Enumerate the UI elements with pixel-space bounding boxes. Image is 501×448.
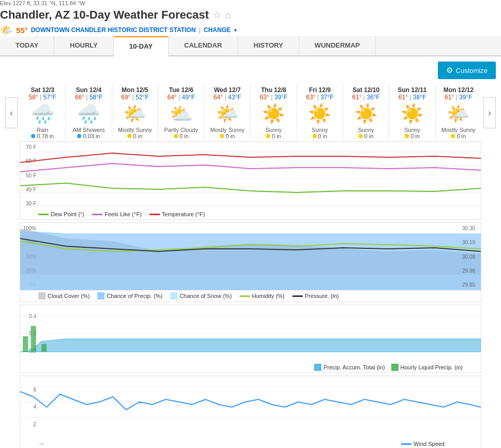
temp-legend-item-2: Temperature (°F) bbox=[150, 211, 205, 217]
day-icon-5: ☀️ bbox=[252, 103, 295, 125]
tab-calendar[interactable]: CALENDAR bbox=[169, 36, 238, 55]
day-desc-1: AM Showers bbox=[67, 127, 110, 133]
gear-icon: ⚙ bbox=[446, 66, 453, 75]
nav-tabs: TODAY HOURLY 10-DAY CALENDAR HISTORY WUN… bbox=[0, 36, 501, 56]
temp-legend-line-2 bbox=[150, 214, 160, 215]
cloud-legend-label-4: Pressure. (in) bbox=[305, 293, 339, 299]
accum-legend-label-1: Hourly Liquid Precip. (in) bbox=[401, 364, 463, 370]
accum-legend-item-1: Hourly Liquid Precip. (in) bbox=[391, 364, 463, 371]
cloud-legend-label-1: Chance of Precip. (%) bbox=[107, 293, 163, 299]
customize-label: Customize bbox=[456, 67, 488, 74]
current-temp: 55° bbox=[16, 26, 28, 35]
wind-legend-line-0 bbox=[401, 443, 411, 445]
wind-arrow-indicator: → bbox=[38, 440, 45, 447]
day-date-1: Sun 12/4 bbox=[67, 86, 110, 94]
precip-dot-2 bbox=[127, 134, 131, 138]
day-high-8: 61° bbox=[399, 94, 408, 101]
svg-rect-14 bbox=[41, 344, 47, 352]
day-temps-2: 69° | 52°F bbox=[113, 94, 157, 101]
wind-legend-item-0: Wind Speed bbox=[401, 441, 445, 447]
day-low-7: 36°F bbox=[366, 94, 379, 101]
cloud-legend-label-0: Cloud Cover (%) bbox=[48, 293, 90, 299]
cloud-legend-box-2 bbox=[170, 292, 178, 300]
precip-amount-4: 0 in bbox=[226, 133, 235, 139]
forecast-scroll-wrapper: ‹ Sat 12/3 58° | 57°F 🌧️ Rain 0.78 in Su… bbox=[5, 84, 496, 141]
scroll-right-arrow[interactable]: › bbox=[483, 97, 496, 128]
accum-legend-box-1 bbox=[391, 364, 399, 371]
day-precip-7: 0 in bbox=[344, 133, 388, 139]
temp-legend-label-0: Dew Point (°) bbox=[51, 211, 84, 217]
precip-amount-1: 0.03 in bbox=[83, 133, 100, 139]
home-icon[interactable]: ⌂ bbox=[225, 10, 231, 21]
cloud-right-y-axis: 30.3030.1930.0829.9629.85 bbox=[460, 223, 481, 290]
wind-legend-label-0: Wind Speed bbox=[414, 441, 445, 447]
day-date-0: Sat 12/3 bbox=[21, 86, 64, 94]
temp-chart-container: 70 F60 F50 F40 F30 F bbox=[20, 141, 481, 220]
day-low-0: 57°F bbox=[43, 94, 56, 101]
accum-legend-box-0 bbox=[314, 364, 321, 371]
forecast-row: Sat 12/3 58° | 57°F 🌧️ Rain 0.78 in Sun … bbox=[20, 84, 481, 141]
tab-10day[interactable]: 10-DAY bbox=[114, 36, 169, 56]
precip-dot-5 bbox=[266, 134, 270, 138]
change-link[interactable]: CHANGE bbox=[204, 26, 231, 34]
day-icon-9: 🌤️ bbox=[437, 103, 480, 125]
day-precip-2: 0 in bbox=[113, 133, 157, 139]
day-desc-8: Sunny bbox=[390, 127, 434, 133]
temp-legend-line-0 bbox=[38, 214, 49, 215]
temp-legend-item-1: Feels Like (°F) bbox=[92, 211, 142, 217]
svg-rect-13 bbox=[31, 326, 36, 352]
cloud-chart-section: 100%75%50%25%0% 30.303 bbox=[20, 222, 481, 302]
accum-legend-item-0: Precip. Accum. Total (in) bbox=[314, 364, 385, 371]
day-desc-5: Sunny bbox=[252, 127, 295, 133]
tab-today[interactable]: TODAY bbox=[0, 36, 54, 55]
precip-amount-7: 0 in bbox=[364, 133, 374, 139]
customize-button[interactable]: ⚙ Customize bbox=[438, 62, 496, 79]
day-date-5: Thu 12/8 bbox=[252, 86, 295, 94]
precip-dot-3 bbox=[174, 134, 178, 138]
precip-amount-0: 0.78 in bbox=[37, 133, 54, 139]
day-temps-0: 58° | 57°F bbox=[21, 94, 64, 101]
accum-chart-container: 0.4 0.2 0.0 bbox=[20, 305, 481, 373]
tab-hourly[interactable]: HOURLY bbox=[54, 36, 114, 55]
day-low-5: 39°F bbox=[274, 94, 287, 101]
day-low-9: 39°F bbox=[459, 94, 472, 101]
day-date-7: Sat 12/10 bbox=[344, 86, 388, 94]
day-precip-6: 0 in bbox=[298, 133, 342, 139]
day-desc-3: Partly Cloudy bbox=[159, 127, 203, 133]
day-temps-6: 63° | 37°F bbox=[298, 94, 342, 101]
day-temps-7: 61° | 36°F bbox=[344, 94, 388, 101]
day-low-1: 58°F bbox=[90, 94, 102, 101]
station-name: DOWNTOWN CHANDLER HISTORIC DISTRICT STAT… bbox=[31, 26, 196, 34]
tab-wundermap[interactable]: WUNDERMAP bbox=[299, 36, 376, 55]
wind-chart-container: 6 4 2 → Wind Speed bbox=[20, 376, 481, 448]
day-temps-4: 64° | 43°F bbox=[205, 94, 249, 101]
day-icon-0: 🌧️ bbox=[21, 103, 64, 125]
temp-legend-item-0: Dew Point (°) bbox=[38, 211, 84, 217]
cloud-right-y-label-3: 29.96 bbox=[460, 268, 481, 274]
pipe-divider: | bbox=[199, 26, 200, 34]
day-col-6: Fri 12/9 63° | 37°F ☀️ Sunny 0 in bbox=[297, 84, 343, 141]
day-precip-1: 0.03 in bbox=[67, 133, 110, 139]
wind-legend: Wind Speed bbox=[383, 439, 463, 448]
cloud-legend-label-2: Chance of Snow (%) bbox=[180, 293, 232, 299]
day-col-8: Sun 12/11 61° | 38°F ☀️ Sunny 0 in bbox=[389, 84, 435, 141]
chevron-down-icon: ▾ bbox=[234, 27, 237, 34]
svg-marker-7 bbox=[20, 275, 481, 290]
tab-history[interactable]: HISTORY bbox=[238, 36, 299, 55]
accum-chart-section: 0.4 0.2 0.0 bbox=[20, 305, 481, 373]
cloud-chart-container: 100%75%50%25%0% 30.303 bbox=[20, 222, 481, 302]
day-temps-1: 66° | 58°F bbox=[67, 94, 110, 101]
scroll-left-arrow[interactable]: ‹ bbox=[5, 97, 18, 128]
day-date-3: Tue 12/6 bbox=[159, 86, 203, 94]
day-temps-3: 64° | 49°F bbox=[159, 94, 203, 101]
temp-chart-section: 70 F60 F50 F40 F30 F bbox=[20, 141, 481, 220]
cloud-right-y-label-0: 30.30 bbox=[460, 226, 481, 231]
day-precip-4: 0 in bbox=[205, 133, 249, 139]
day-precip-0: 0.78 in bbox=[21, 133, 64, 139]
accum-legend: Precip. Accum. Total (in) Hourly Liquid … bbox=[20, 362, 481, 372]
day-high-7: 61° bbox=[352, 94, 362, 101]
day-low-3: 49°F bbox=[182, 94, 195, 101]
star-icon[interactable]: ☆ bbox=[213, 9, 221, 21]
sun-icon-small: 🌤️ bbox=[0, 24, 13, 36]
precip-dot-6 bbox=[313, 134, 317, 138]
